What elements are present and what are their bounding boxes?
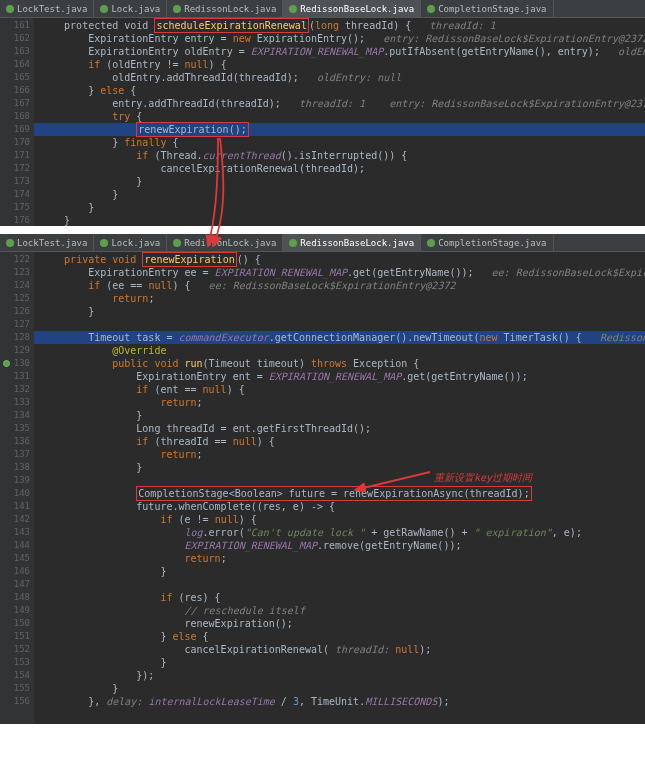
code-line[interactable]: future.whenComplete((res, e) -> { [40,500,645,513]
tab-label: RedissonBaseLock.java [300,238,414,248]
tab-label: LockTest.java [17,4,87,14]
ide-panel-bottom: LockTest.javaLock.javaRedissonLock.javaR… [0,234,645,724]
java-file-icon [427,239,435,247]
code-line[interactable]: } [40,214,645,227]
code-line[interactable]: ExpirationEntry ent = EXPIRATION_RENEWAL… [40,370,645,383]
code-editor[interactable]: protected void scheduleExpirationRenewal… [34,18,645,229]
java-file-icon [289,5,297,13]
java-file-icon [6,5,14,13]
tab-label: CompletionStage.java [438,4,546,14]
code-line[interactable]: cancelExpirationRenewal( threadId: null)… [40,643,645,656]
gutter: 1611621631641651661671681691701711721731… [0,18,34,226]
tab-label: CompletionStage.java [438,238,546,248]
file-tab[interactable]: Lock.java [94,0,167,17]
code-line[interactable]: oldEntry.addThreadId(threadId); oldEntry… [40,71,645,84]
code-line[interactable] [40,318,645,331]
code-line[interactable]: CompletionStage<Boolean> future = renewE… [40,487,645,500]
tab-label: RedissonLock.java [184,4,276,14]
code-line[interactable]: EXPIRATION_RENEWAL_MAP.remove(getEntryNa… [40,539,645,552]
code-line[interactable]: return; [40,396,645,409]
code-line[interactable]: if (ee == null) { ee: RedissonBaseLock$E… [40,279,645,292]
file-tab[interactable]: Lock.java [94,234,167,251]
code-line[interactable]: } else { [40,630,645,643]
java-file-icon [100,239,108,247]
code-line[interactable]: ExpirationEntry entry = new ExpirationEn… [40,32,645,45]
code-line[interactable]: } [40,305,645,318]
code-line[interactable]: @Override [40,344,645,357]
file-tab[interactable]: RedissonBaseLock.java [283,0,421,17]
java-file-icon [173,239,181,247]
code-line[interactable]: protected void scheduleExpirationRenewal… [40,19,645,32]
ide-panel-top: LockTest.javaLock.javaRedissonLock.javaR… [0,0,645,226]
code-line[interactable]: log.error("Can't update lock " + getRawN… [40,526,645,539]
code-line[interactable]: if (threadId == null) { [40,435,645,448]
java-file-icon [289,239,297,247]
tab-label: LockTest.java [17,238,87,248]
file-tab[interactable]: LockTest.java [0,234,94,251]
file-tab[interactable]: RedissonBaseLock.java [283,234,421,251]
code-line[interactable]: private void renewExpiration() { [40,253,645,266]
code-line[interactable]: } [40,201,645,214]
code-line[interactable]: } [40,565,645,578]
code-line[interactable]: return; [40,448,645,461]
code-line[interactable]: public void run(Timeout timeout) throws … [40,357,645,370]
code-line[interactable]: cancelExpirationRenewal(threadId); [40,162,645,175]
code-editor[interactable]: private void renewExpiration() { Expirat… [34,252,645,710]
code-line[interactable]: return; [40,292,645,305]
code-line[interactable]: Timeout task = commandExecutor.getConnec… [34,331,645,344]
code-line[interactable]: } [40,461,645,474]
file-tab[interactable]: CompletionStage.java [421,0,553,17]
file-tab[interactable]: LockTest.java [0,0,94,17]
tab-bar: LockTest.javaLock.javaRedissonLock.javaR… [0,0,645,18]
java-file-icon [100,5,108,13]
code-line[interactable]: if (oldEntry != null) { [40,58,645,71]
code-line[interactable]: renewExpiration(); [34,123,645,136]
file-tab[interactable]: RedissonLock.java [167,0,283,17]
code-line[interactable]: }); [40,669,645,682]
code-line[interactable]: } [40,175,645,188]
code-line[interactable]: } [40,656,645,669]
tab-label: Lock.java [111,238,160,248]
file-tab[interactable]: RedissonLock.java [167,234,283,251]
code-line[interactable]: try { [40,110,645,123]
code-line[interactable]: } [40,409,645,422]
tab-label: RedissonBaseLock.java [300,4,414,14]
code-line[interactable]: }, delay: internalLockLeaseTime / 3, Tim… [40,695,645,708]
code-line[interactable]: if (Thread.currentThread().isInterrupted… [40,149,645,162]
file-tab[interactable]: CompletionStage.java [421,234,553,251]
code-line[interactable]: } else { [40,84,645,97]
annotation-label: 重新设置key过期时间 [434,471,532,484]
code-line[interactable]: if (e != null) { [40,513,645,526]
code-line[interactable] [40,578,645,591]
code-line[interactable]: if (ent == null) { [40,383,645,396]
code-line[interactable]: renewExpiration(); [40,617,645,630]
gutter: 1221231241251261271281291301311321331341… [0,252,34,724]
java-file-icon [6,239,14,247]
tab-label: Lock.java [111,4,160,14]
code-line[interactable]: return; [40,552,645,565]
code-line[interactable]: ExpirationEntry ee = EXPIRATION_RENEWAL_… [40,266,645,279]
code-line[interactable]: // reschedule itself [40,604,645,617]
code-line[interactable]: Long threadId = ent.getFirstThreadId(); [40,422,645,435]
tab-bar: LockTest.javaLock.javaRedissonLock.javaR… [0,234,645,252]
breakpoint-icon[interactable] [3,360,10,367]
code-line[interactable]: } [40,682,645,695]
code-line[interactable]: ExpirationEntry oldEntry = EXPIRATION_RE… [40,45,645,58]
java-file-icon [173,5,181,13]
tab-label: RedissonLock.java [184,238,276,248]
code-line[interactable]: } [40,188,645,201]
code-line[interactable]: if (res) { [40,591,645,604]
code-line[interactable]: entry.addThreadId(threadId); threadId: 1… [40,97,645,110]
code-line[interactable]: } finally { [40,136,645,149]
java-file-icon [427,5,435,13]
